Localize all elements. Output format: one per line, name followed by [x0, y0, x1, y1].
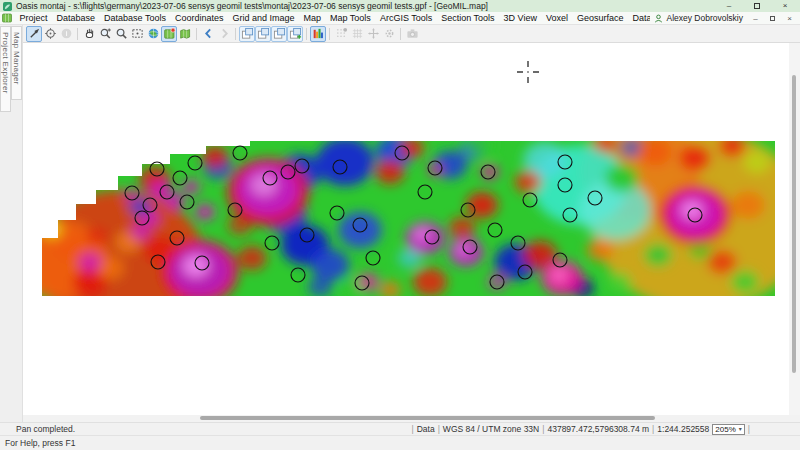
camera-icon	[406, 27, 419, 40]
map-view-new-button[interactable]	[287, 26, 303, 42]
chevron-right-icon	[218, 27, 231, 40]
grid-settings-tool-button[interactable]	[381, 26, 397, 42]
map-view-2-button[interactable]	[255, 26, 271, 42]
menu-3d-view[interactable]: 3D View	[499, 12, 541, 25]
pan-arrows-icon	[367, 27, 380, 40]
grid-lines-tool-button[interactable]	[349, 26, 365, 42]
horizontal-scrollbar[interactable]	[23, 415, 789, 422]
dock-tab-strip: Project Explorer Map Manager	[0, 25, 23, 422]
map-view-1-button[interactable]	[239, 26, 255, 42]
menu-arcgis-tools[interactable]: ArcGIS Tools	[375, 12, 436, 25]
oasis-montaj-window: Oasis montaj - s:\flights\germany\2023-0…	[0, 0, 800, 450]
map-window-icon	[273, 27, 286, 40]
map-marker-icon	[163, 27, 176, 40]
pan-hand-icon	[83, 27, 96, 40]
tab-project-explorer[interactable]: Project Explorer	[0, 26, 11, 112]
menu-section-tools[interactable]: Section Tools	[437, 12, 499, 25]
toolbar-separator	[306, 28, 307, 40]
menu-map-tools[interactable]: Map Tools	[326, 12, 376, 25]
separator: |	[652, 424, 654, 434]
tab-map-manager[interactable]: Map Manager	[11, 26, 22, 100]
grid-icon	[351, 27, 364, 40]
menu-project[interactable]: Project	[15, 12, 52, 25]
separator: |	[542, 424, 544, 434]
map-icon	[179, 27, 192, 40]
dot-grid-pin-icon	[335, 27, 348, 40]
info-tool-button[interactable]: i	[58, 26, 74, 42]
document-icon	[2, 13, 12, 23]
maximize-button[interactable]	[745, 0, 769, 12]
chevron-down-icon: ▾	[739, 425, 742, 434]
next-view-button[interactable]	[216, 26, 232, 42]
vertical-scrollbar[interactable]	[789, 43, 800, 415]
toolbar-separator	[400, 28, 401, 40]
toolbar-separator	[329, 28, 330, 40]
close-button[interactable]: ×	[773, 0, 797, 12]
map-canvas[interactable]	[23, 43, 789, 415]
menu-items: ProjectDatabaseDatabase ToolsCoordinates…	[15, 12, 650, 25]
map-window-icon	[257, 27, 270, 40]
separator: |	[438, 424, 440, 434]
pan-tool-button[interactable]	[81, 26, 97, 42]
color-bars-icon	[312, 27, 325, 40]
info-icon: i	[60, 27, 73, 40]
vertical-scrollbar-thumb[interactable]	[792, 75, 796, 373]
shift-grid-tool-button[interactable]	[365, 26, 381, 42]
select-tool-button[interactable]	[26, 26, 42, 42]
status-coordinates: 437897.472,5796308.74 m	[547, 424, 649, 434]
color-tool-button[interactable]	[310, 26, 326, 42]
user-name: Alexey Dobrovolskiy	[666, 13, 743, 23]
menu-geosurface[interactable]: Geosurface	[573, 12, 629, 25]
separator: |	[411, 424, 413, 434]
map-window-icon	[241, 27, 254, 40]
separator: |	[748, 424, 750, 434]
mdi-close-button[interactable]: ×	[781, 12, 798, 25]
crosshair-cursor	[517, 61, 539, 83]
previous-view-button[interactable]	[200, 26, 216, 42]
full-extent-tool-button[interactable]	[145, 26, 161, 42]
toolbar-separator	[196, 28, 197, 40]
menu-database[interactable]: Database	[52, 12, 100, 25]
title-bar: Oasis montaj - s:\flights\germany\2023-0…	[0, 0, 800, 12]
map-locate-tool-button[interactable]	[161, 26, 177, 42]
status-scale: 1:244.252558	[657, 424, 709, 434]
zoom-dynamic-icon	[99, 27, 112, 40]
menu-coordinates[interactable]: Coordinates	[170, 12, 228, 25]
toolbar-separator	[77, 28, 78, 40]
horizontal-scrollbar-thumb[interactable]	[200, 416, 655, 420]
snapshot-tool-button[interactable]	[404, 26, 420, 42]
menu-database-tools[interactable]: Database Tools	[100, 12, 171, 25]
zoom-level-select[interactable]: 205% ▾	[712, 424, 744, 435]
map-window-plus-icon	[289, 27, 302, 40]
map-view-3-button[interactable]	[271, 26, 287, 42]
svg-text:i: i	[65, 29, 67, 38]
zoom-icon	[115, 27, 128, 40]
status-bar: Pan completed. | Data | WGS 84 / UTM zon…	[0, 422, 800, 435]
mdi-restore-button[interactable]	[764, 12, 781, 25]
menu-voxel[interactable]: Voxel	[541, 12, 572, 25]
locate-tool-button[interactable]	[42, 26, 58, 42]
menu-map[interactable]: Map	[299, 12, 326, 25]
menu-bar: ProjectDatabaseDatabase ToolsCoordinates…	[0, 12, 800, 25]
menu-data-services[interactable]: Data Services	[628, 12, 650, 25]
user-account[interactable]: Alexey Dobrovolskiy	[650, 13, 747, 23]
status-right: | Data | WGS 84 / UTM zone 33N | 437897.…	[411, 424, 800, 435]
zoom-box-tool-button[interactable]	[129, 26, 145, 42]
menu-grid-and-image[interactable]: Grid and Image	[228, 12, 299, 25]
mdi-minimize-button[interactable]: –	[747, 12, 764, 25]
status-crs: WGS 84 / UTM zone 33N	[443, 424, 539, 434]
help-bar: For Help, press F1	[0, 435, 800, 450]
zoom-box-icon	[131, 27, 144, 40]
target-icon	[44, 27, 57, 40]
globe-icon	[147, 27, 160, 40]
dynamic-zoom-tool-button[interactable]	[97, 26, 113, 42]
anomaly-raster	[23, 43, 789, 415]
help-text: For Help, press F1	[5, 438, 75, 448]
map-tool-button[interactable]	[177, 26, 193, 42]
minimize-button[interactable]: –	[717, 0, 741, 12]
zoom-tool-button[interactable]	[113, 26, 129, 42]
toolbar-separator	[235, 28, 236, 40]
select-arrow-icon	[28, 27, 41, 40]
anomaly-map[interactable]	[23, 43, 789, 415]
grid-points-tool-button[interactable]	[333, 26, 349, 42]
